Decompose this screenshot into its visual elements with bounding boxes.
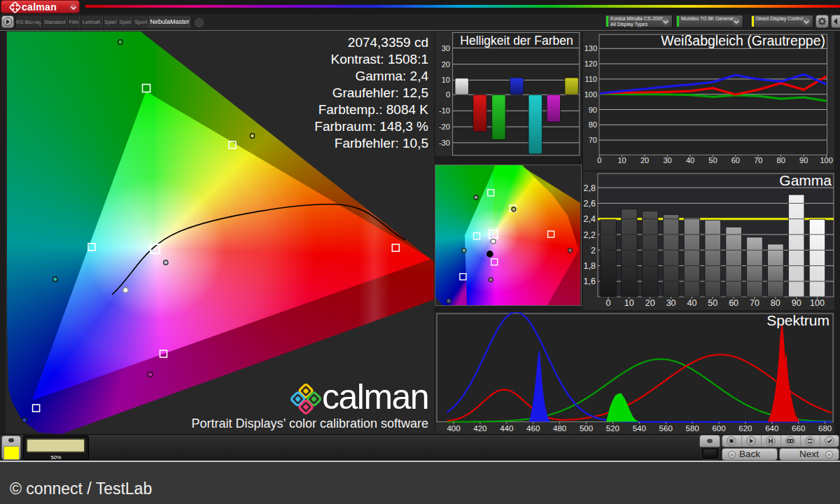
svg-text:Gamma: 2,4: Gamma: 2,4 (355, 69, 428, 83)
svg-text:0: 0 (446, 90, 450, 99)
svg-text:80: 80 (771, 298, 780, 308)
svg-text:50: 50 (708, 298, 718, 308)
svg-text:Gamma: Gamma (779, 172, 832, 188)
svg-text:680: 680 (818, 424, 832, 433)
svg-text:0: 0 (606, 298, 611, 308)
svg-text:90: 90 (792, 298, 802, 308)
svg-text:100: 100 (584, 90, 597, 99)
svg-text:30: 30 (663, 156, 671, 164)
svg-text:Portrait Displays’ color calib: Portrait Displays’ color calibration sof… (192, 416, 428, 430)
svg-text:460: 460 (526, 424, 540, 433)
svg-text:2,6: 2,6 (584, 199, 596, 209)
svg-text:40: 40 (687, 298, 696, 308)
svg-text:Farbraum: 148,3 %: Farbraum: 148,3 % (314, 119, 428, 134)
svg-text:440: 440 (500, 424, 513, 433)
svg-text:10: 10 (617, 156, 626, 164)
svg-text:20: 20 (645, 298, 655, 308)
svg-text:-10: -10 (439, 106, 450, 115)
svg-text:1,6: 1,6 (584, 276, 596, 286)
svg-text:20: 20 (442, 60, 450, 69)
svg-text:100: 100 (820, 156, 832, 164)
svg-text:Kontrast: 1508:1: Kontrast: 1508:1 (331, 52, 428, 66)
svg-text:60: 60 (732, 156, 740, 164)
svg-text:60: 60 (729, 298, 738, 308)
svg-text:30: 30 (442, 44, 450, 52)
svg-text:70: 70 (750, 298, 760, 308)
svg-text:520: 520 (606, 424, 620, 433)
svg-text:560: 560 (659, 424, 673, 433)
svg-text:50: 50 (708, 156, 717, 164)
svg-text:Farbtemp.: 8084 K: Farbtemp.: 8084 K (318, 102, 429, 117)
svg-text:Farbfehler: 10,5: Farbfehler: 10,5 (335, 136, 428, 150)
svg-text:80: 80 (589, 120, 597, 129)
svg-text:580: 580 (686, 424, 699, 433)
svg-text:130: 130 (584, 44, 597, 52)
svg-text:30: 30 (666, 298, 676, 308)
svg-text:2,2: 2,2 (584, 230, 596, 240)
svg-text:40: 40 (686, 156, 694, 164)
svg-text:540: 540 (633, 424, 646, 433)
svg-text:620: 620 (738, 424, 752, 433)
svg-text:120: 120 (584, 59, 597, 68)
svg-text:640: 640 (765, 424, 778, 433)
svg-text:Helligkeit der Farben: Helligkeit der Farben (460, 34, 573, 48)
svg-text:480: 480 (553, 424, 566, 433)
svg-text:90: 90 (589, 106, 597, 114)
svg-text:100: 100 (810, 298, 825, 308)
svg-text:-30: -30 (439, 139, 450, 147)
svg-text:-20: -20 (439, 122, 450, 131)
svg-text:2,4: 2,4 (584, 214, 596, 224)
svg-text:660: 660 (792, 424, 805, 433)
svg-text:Weißabgleich (Grautreppe): Weißabgleich (Grautreppe) (661, 33, 825, 48)
svg-text:2,8: 2,8 (584, 183, 596, 193)
svg-text:600: 600 (712, 424, 725, 433)
svg-text:1,8: 1,8 (584, 261, 596, 271)
svg-text:Graufehler: 12,5: Graufehler: 12,5 (332, 85, 428, 100)
svg-text:2: 2 (591, 246, 596, 255)
svg-text:10: 10 (442, 76, 450, 84)
svg-text:2074,3359 cd: 2074,3359 cd (348, 35, 428, 50)
svg-text:calman: calman (322, 377, 428, 416)
svg-text:0: 0 (597, 156, 601, 164)
svg-text:500: 500 (580, 424, 593, 433)
svg-text:110: 110 (584, 75, 597, 83)
svg-text:420: 420 (473, 424, 486, 433)
svg-text:400: 400 (447, 424, 460, 433)
svg-text:10: 10 (624, 298, 634, 308)
svg-text:20: 20 (640, 156, 649, 164)
svg-text:90: 90 (799, 156, 808, 164)
svg-text:Spektrum: Spektrum (766, 312, 830, 328)
svg-text:70: 70 (754, 156, 762, 164)
svg-text:80: 80 (777, 156, 785, 164)
svg-text:70: 70 (589, 136, 597, 144)
